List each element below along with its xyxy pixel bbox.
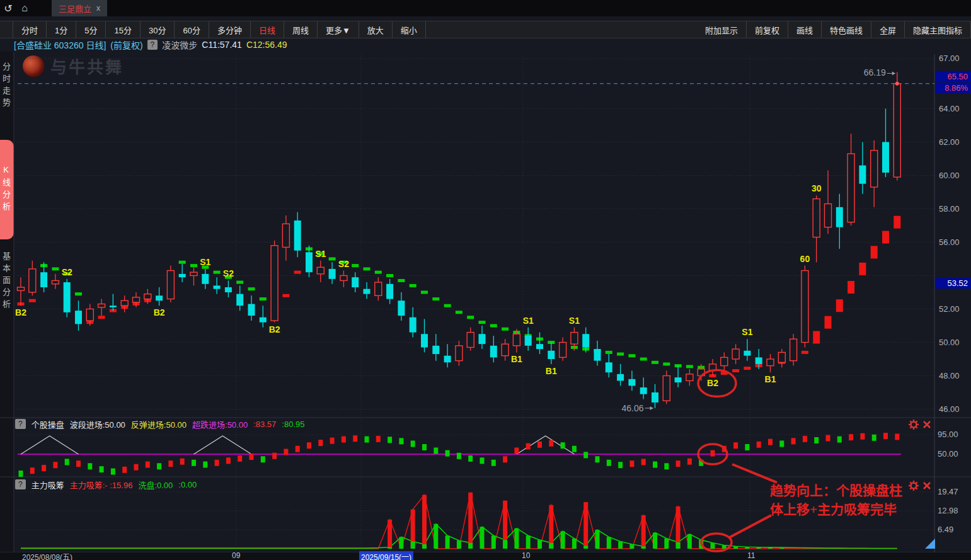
panel2-header: ?主力吸筹主力吸筹:- :15.96洗盘:0.00:0.00: [15, 478, 197, 491]
help-icon[interactable]: ?: [15, 419, 26, 429]
svg-text:B2: B2: [269, 324, 280, 334]
svg-text:95.00: 95.00: [938, 430, 958, 439]
svg-text:60: 60: [800, 254, 810, 264]
panel-header-item: :80.95: [282, 420, 304, 429]
panel-header-item: :0.00: [178, 480, 197, 489]
svg-text:58.00: 58.00: [939, 204, 960, 214]
svg-text:S2: S2: [338, 259, 349, 269]
svg-text:52.00: 52.00: [939, 304, 960, 314]
panel-header-item: 超跌进场:50.00: [192, 418, 248, 430]
svg-text:S1: S1: [569, 316, 580, 326]
svg-text:S2: S2: [62, 267, 72, 277]
svg-text:67.00: 67.00: [939, 54, 960, 63]
trend-annotation-line2: 体上移+主力吸筹完毕: [770, 500, 912, 519]
time-axis-label: 10: [522, 551, 530, 560]
svg-text:B1: B1: [546, 366, 557, 376]
svg-text:B2: B2: [154, 307, 165, 317]
panel-header-item: :83.57: [253, 420, 276, 429]
svg-text:B2: B2: [707, 378, 718, 388]
time-axis-label: 2025/09/15(一): [359, 551, 413, 560]
panel-header-item: 反弹进场:50.00: [131, 418, 187, 430]
panel-header-item: 波段进场:50.00: [70, 418, 125, 430]
svg-text:S1: S1: [315, 249, 326, 259]
trend-annotation-line1: 趋势向上：个股操盘柱: [770, 481, 912, 500]
svg-text:B2: B2: [15, 307, 26, 317]
svg-text:B1: B1: [511, 354, 522, 364]
trend-annotation: 趋势向上：个股操盘柱 体上移+主力吸筹完毕: [770, 481, 912, 519]
svg-text:66.19: 66.19: [864, 67, 886, 77]
svg-text:60.00: 60.00: [939, 171, 960, 180]
panel1-header: ?个股操盘波段进场:50.00反弹进场:50.00超跌进场:50.00:83.5…: [15, 418, 304, 430]
svg-text:S2: S2: [223, 268, 234, 278]
svg-text:56.00: 56.00: [939, 237, 960, 247]
main-chart[interactable]: 67.0064.0062.0060.0058.0056.0052.0050.00…: [0, 0, 971, 560]
time-axis-label: 09: [232, 551, 240, 560]
panel-header-item: 主力吸筹: [32, 479, 64, 491]
svg-text:12.98: 12.98: [938, 506, 958, 515]
svg-text:50.00: 50.00: [938, 449, 958, 459]
svg-text:65.50: 65.50: [947, 72, 968, 81]
svg-text:S1: S1: [200, 257, 210, 267]
panel-header-item: 个股操盘: [32, 418, 64, 430]
time-axis-label: 2025/08/08(五): [22, 551, 72, 560]
svg-text:46.06: 46.06: [621, 403, 643, 413]
panel-header-item: 洗盘:0.00: [138, 479, 173, 491]
panel-header-item: 主力吸筹:- :15.96: [70, 479, 133, 491]
svg-text:64.00: 64.00: [939, 104, 960, 113]
svg-text:48.00: 48.00: [939, 371, 960, 380]
stock-app-window: ↺ ⌂ 三足鼎立 x 分时1分5分15分30分60分多分钟日线周线更多▼放大缩小…: [0, 0, 971, 560]
svg-text:B1: B1: [765, 374, 776, 384]
svg-text:S1: S1: [742, 327, 752, 337]
svg-text:S1: S1: [523, 316, 534, 326]
svg-text:30: 30: [812, 183, 822, 193]
svg-text:19.47: 19.47: [938, 487, 958, 496]
time-axis-label: 11: [747, 551, 755, 560]
svg-text:62.00: 62.00: [939, 137, 960, 147]
svg-text:46.00: 46.00: [939, 404, 960, 414]
svg-text:6.49: 6.49: [938, 525, 953, 534]
help-icon[interactable]: ?: [15, 479, 26, 489]
svg-text:8.86%: 8.86%: [945, 83, 968, 93]
svg-text:50.00: 50.00: [939, 338, 960, 347]
svg-text:53.52: 53.52: [947, 278, 968, 288]
time-axis: 2025/08/08(五)092025/09/15(一)1011: [0, 552, 971, 560]
